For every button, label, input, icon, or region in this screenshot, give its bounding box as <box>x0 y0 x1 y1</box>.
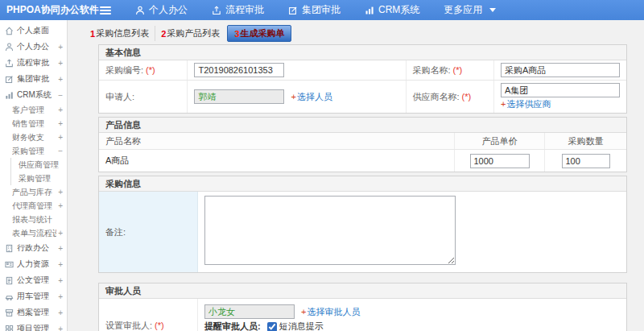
applicant-input[interactable] <box>194 89 284 104</box>
select-supplier-link[interactable]: +选择供应商 <box>501 98 620 110</box>
sidebar-item-agent-mgmt[interactable]: 代理商管理 + <box>0 199 67 213</box>
purchase-qty-input[interactable] <box>562 154 610 168</box>
topnav-label: 流程审批 <box>225 3 264 17</box>
topnav-group-approval[interactable]: 集团审批 <box>288 3 341 17</box>
top-bar: PHPOA协同办公软件 个人办公 流程审批 集团审批 CRM系统 更多应用 <box>0 0 644 20</box>
sidebar-item-project-mgmt[interactable]: 项目管理 + <box>0 321 67 331</box>
select-approver-link[interactable]: +选择审批人员 <box>301 306 360 318</box>
sidebar-item-vehicle-mgmt[interactable]: 用车管理 + <box>0 288 67 304</box>
plus-icon: + <box>291 92 295 101</box>
sidebar-item-product-inventory[interactable]: 产品与库存 + <box>0 185 67 199</box>
main-content: 1 采购信息列表 2 采购产品列表 3 生成采购单 基本信息 采购编号:(*) <box>68 20 644 331</box>
form-row: 设置审批人:(*) +选择审批人员 提醒审批人员: 短消息提示 <box>99 299 626 331</box>
sidebar-item-sales-mgmt[interactable]: 销售管理 + <box>0 117 67 130</box>
col-product-name: 产品名称 <box>99 135 454 147</box>
expand-icon[interactable]: + <box>58 260 63 269</box>
select-person-link[interactable]: +选择人员 <box>291 91 332 103</box>
section-title: 基本信息 <box>99 45 626 60</box>
expand-icon[interactable]: + <box>58 188 63 197</box>
sidebar-item-crm[interactable]: CRM系统 − <box>0 87 67 103</box>
sidebar-item-personal-desktop[interactable]: 个人桌面 <box>0 23 67 39</box>
sidebar-item-supplier-mgmt[interactable]: 供应商管理 <box>10 158 67 172</box>
user-icon <box>5 43 14 52</box>
required-mark: (*) <box>453 65 463 75</box>
section-product-info: 产品信息 产品名称 产品单价 采购数量 A商品 <box>98 117 627 172</box>
product-price-input[interactable] <box>470 154 530 168</box>
section-basic-info: 基本信息 采购编号:(*) 采购名称:(*) <box>98 44 627 114</box>
tab-purchase-info-list[interactable]: 1 采购信息列表 <box>85 26 155 41</box>
section-approver: 审批人员 设置审批人:(*) +选择审批人员 提醒审批人员: <box>98 283 627 331</box>
product-name-cell: A商品 <box>99 155 454 167</box>
expand-icon[interactable]: + <box>58 325 63 331</box>
sidebar-item-document-mgmt[interactable]: 公文管理 + <box>0 272 67 288</box>
project-icon <box>5 325 14 331</box>
app-logo: PHPOA协同办公软件 <box>0 3 95 17</box>
tab-purchase-product-list[interactable]: 2 采购产品列表 <box>155 26 225 41</box>
form-panel: 基本信息 采购编号:(*) 采购名称:(*) <box>98 44 627 331</box>
collapse-icon[interactable]: − <box>58 147 63 155</box>
set-approver-label: 设置审批人:(*) <box>99 299 198 331</box>
expand-icon[interactable]: + <box>58 106 63 114</box>
sidebar-item-admin-office[interactable]: 行政办公 + <box>0 240 67 256</box>
supplier-label: 供应商名称:(*) <box>407 81 494 113</box>
building-icon <box>5 244 14 253</box>
topnav-label: 更多应用 <box>444 3 482 17</box>
tab-generate-purchase-order[interactable]: 3 生成采购单 <box>227 25 291 42</box>
chart-icon <box>365 6 374 15</box>
remark-textarea[interactable] <box>204 196 456 265</box>
sidebar-item-reports[interactable]: 报表与统计 <box>0 213 67 226</box>
form-row: 采购编号:(*) 采购名称:(*) <box>99 60 626 81</box>
doc-icon <box>5 276 14 285</box>
flow-icon <box>5 59 14 68</box>
top-nav: 个人办公 流程审批 集团审批 CRM系统 更多应用 <box>135 3 496 17</box>
expand-icon[interactable]: + <box>58 75 63 84</box>
section-title: 采购信息 <box>99 176 626 192</box>
hamburger-menu-icon[interactable] <box>100 6 111 14</box>
purchase-no-input[interactable] <box>194 63 284 77</box>
sidebar-item-hr[interactable]: 人力资源 + <box>0 256 67 272</box>
expand-icon[interactable]: + <box>58 119 63 128</box>
sidebar-item-finance[interactable]: 财务收支 + <box>0 130 67 144</box>
section-title: 产品信息 <box>99 118 626 133</box>
expand-icon[interactable]: + <box>58 276 63 285</box>
sms-remind-label: 短消息提示 <box>279 321 324 331</box>
required-mark: (*) <box>155 321 164 330</box>
purchase-no-label: 采购编号:(*) <box>99 60 188 80</box>
sidebar-item-customer-mgmt[interactable]: 客户管理 + <box>0 103 67 117</box>
form-row: 申请人: +选择人员 供应商名称:(*) +选择供应商 <box>99 81 626 113</box>
topnav-personal-office[interactable]: 个人办公 <box>135 3 188 17</box>
expand-icon[interactable]: + <box>58 201 63 210</box>
edit-icon <box>288 6 298 15</box>
expand-icon[interactable]: + <box>58 133 63 142</box>
sidebar-item-purchase-mgmt-sub[interactable]: 采购管理 <box>10 172 67 185</box>
topnav-flow-approval[interactable]: 流程审批 <box>212 3 264 17</box>
caret-down-icon <box>489 8 496 12</box>
purchase-name-input[interactable] <box>501 63 620 77</box>
expand-icon[interactable]: + <box>58 43 63 52</box>
plus-icon: + <box>301 307 306 317</box>
sidebar-item-archive-mgmt[interactable]: 档案管理 + <box>0 304 67 321</box>
expand-icon[interactable]: + <box>58 229 63 238</box>
section-purchase-info: 采购信息 备注: <box>98 176 627 273</box>
expand-icon[interactable]: + <box>58 308 63 317</box>
expand-icon[interactable]: + <box>58 292 63 301</box>
topnav-label: 集团审批 <box>302 3 341 17</box>
expand-icon[interactable]: + <box>58 244 63 253</box>
sidebar-item-group-approval[interactable]: 集团审批 + <box>0 71 67 87</box>
collapse-icon[interactable]: − <box>58 91 63 100</box>
approver-input[interactable] <box>204 304 295 319</box>
expand-icon[interactable]: + <box>58 59 63 68</box>
home-icon <box>5 27 14 35</box>
col-product-price: 产品单价 <box>454 133 544 149</box>
sidebar-item-personal-office[interactable]: 个人办公 + <box>0 39 67 55</box>
sms-remind-checkbox[interactable] <box>267 322 277 331</box>
topnav-more-apps[interactable]: 更多应用 <box>444 3 496 17</box>
topnav-crm[interactable]: CRM系统 <box>365 3 419 17</box>
topnav-label: CRM系统 <box>378 3 419 17</box>
sidebar-item-flow-approval[interactable]: 流程审批 + <box>0 55 67 71</box>
supplier-input[interactable] <box>501 83 620 97</box>
sidebar: 个人桌面 个人办公 + 流程审批 + 集团审批 + CRM系统 − 客户管理 + <box>0 20 68 331</box>
sidebar-item-purchase-mgmt[interactable]: 采购管理 − <box>0 144 67 158</box>
remark-label: 备注: <box>99 192 198 272</box>
sidebar-item-form-flow-settings[interactable]: 表单与流程设置 + <box>0 226 67 240</box>
